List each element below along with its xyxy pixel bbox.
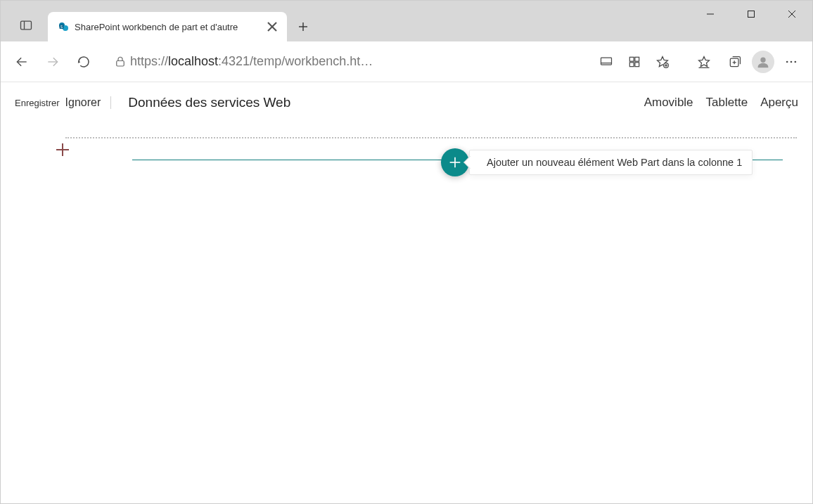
desktop-app-icon[interactable] xyxy=(594,50,618,74)
url-path: :4321/temp/workbench.ht… xyxy=(218,54,373,68)
mode-preview[interactable]: Aperçu xyxy=(760,96,798,110)
url-host: localhost xyxy=(168,54,218,68)
svg-rect-21 xyxy=(629,62,634,66)
svg-rect-19 xyxy=(629,57,634,61)
url-protocol: https:// xyxy=(130,54,168,68)
add-section-button[interactable] xyxy=(51,138,74,161)
favorites-icon[interactable] xyxy=(690,48,718,76)
sharepoint-icon: S xyxy=(58,21,69,32)
svg-point-32 xyxy=(760,57,765,62)
save-button[interactable]: Enregistrer xyxy=(15,98,60,108)
window-minimize-button[interactable] xyxy=(690,1,731,27)
new-tab-button[interactable] xyxy=(291,15,315,39)
page-content: Enregistrer Ignorer Données des services… xyxy=(1,82,812,503)
svg-rect-22 xyxy=(635,62,639,66)
profile-avatar[interactable] xyxy=(752,51,774,73)
forward-button[interactable] xyxy=(39,48,67,76)
svg-rect-11 xyxy=(748,11,755,18)
window-maximize-button[interactable] xyxy=(731,1,772,27)
svg-marker-27 xyxy=(699,56,710,66)
mode-tablet[interactable]: Tablette xyxy=(706,96,748,110)
titlebar: S SharePoint workbench de part et d'autr… xyxy=(1,1,812,41)
address-bar-actions xyxy=(591,50,677,74)
refresh-button[interactable] xyxy=(70,48,98,76)
svg-point-34 xyxy=(790,60,793,63)
svg-rect-0 xyxy=(20,21,31,30)
svg-rect-20 xyxy=(635,57,639,61)
favorite-add-icon[interactable] xyxy=(651,50,674,74)
browser-window: S SharePoint workbench de part et d'autr… xyxy=(0,0,813,504)
url-text: https://localhost:4321/temp/workbench.ht… xyxy=(130,54,591,69)
page-title: Données des services Web xyxy=(128,95,290,110)
collections-icon[interactable] xyxy=(721,48,749,76)
site-info-icon[interactable] xyxy=(110,56,130,68)
window-controls xyxy=(690,1,812,27)
tab-active[interactable]: S SharePoint workbench de part et d'autr… xyxy=(48,12,287,41)
toolbar-divider xyxy=(110,96,111,109)
back-button[interactable] xyxy=(8,48,36,76)
workbench-toolbar: Enregistrer Ignorer Données des services… xyxy=(1,82,812,123)
tab-actions-button[interactable] xyxy=(13,13,38,37)
tab-title: SharePoint workbench de part et d'autre xyxy=(75,22,260,32)
window-close-button[interactable] xyxy=(772,1,812,27)
add-webpart-tooltip: Ajouter un nouveau élément Web Part dans… xyxy=(469,150,753,175)
tab-close-button[interactable] xyxy=(266,20,279,33)
discard-button[interactable]: Ignorer xyxy=(65,96,101,109)
tooltip-text: Ajouter un nouveau élément Web Part dans… xyxy=(487,157,742,168)
svg-point-33 xyxy=(786,60,788,63)
workbench-toolbar-right: Amovible Tablette Aperçu xyxy=(644,96,798,110)
browser-toolbar: https://localhost:4321/temp/workbench.ht… xyxy=(1,41,812,82)
svg-rect-17 xyxy=(601,58,612,65)
toolbar-right xyxy=(690,48,805,76)
svg-point-35 xyxy=(795,60,797,63)
svg-rect-16 xyxy=(117,60,124,66)
tab-strip: S SharePoint workbench de part et d'autr… xyxy=(1,1,690,41)
extensions-grid-icon[interactable] xyxy=(622,50,646,74)
settings-more-icon[interactable] xyxy=(777,48,805,76)
address-bar[interactable]: https://localhost:4321/temp/workbench.ht… xyxy=(108,48,677,76)
mode-mobile[interactable]: Amovible xyxy=(644,96,693,110)
workbench-toolbar-left: Enregistrer Ignorer Données des services… xyxy=(15,95,290,110)
section-separator xyxy=(65,137,797,138)
